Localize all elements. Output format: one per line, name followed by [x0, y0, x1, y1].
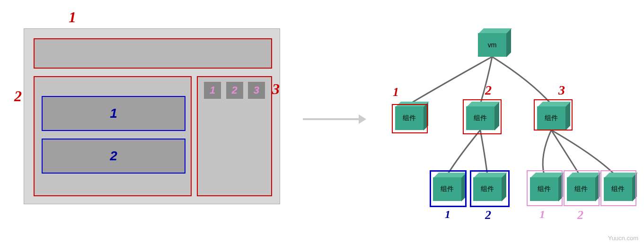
root-label: vm: [478, 33, 506, 57]
level2b-node-1: 组件: [530, 173, 558, 201]
level2a-node-2: 组件: [473, 173, 502, 201]
level1-node-3: 组件: [537, 102, 565, 130]
ann-l1-2: 2: [485, 83, 492, 98]
level1-label-2: 组件: [466, 106, 494, 130]
tree-root: vm: [478, 28, 506, 57]
level1-node-1: 组件: [395, 102, 423, 130]
ann-l2a-1: 1: [445, 208, 450, 221]
component-tree: vm 组件 组件 组件 1 2 3 组件 组件 1 2 组件 组件 组: [379, 24, 634, 232]
level2b-label-3: 组件: [604, 177, 632, 201]
region-sidebar: 1 2 3: [197, 76, 272, 196]
level2a-label-2: 组件: [473, 177, 502, 201]
region-header: [34, 38, 272, 69]
level2b-node-3: 组件: [604, 173, 632, 201]
level2b-node-2: 组件: [567, 173, 595, 201]
region-main: 1 2: [34, 76, 192, 196]
arrow-icon: [303, 118, 360, 120]
side-item-1: 1: [204, 82, 221, 99]
ann-l1-1: 1: [393, 85, 399, 99]
ann-main-2: 2: [14, 87, 22, 105]
main-item-1: 1: [42, 96, 185, 131]
layout-wireframe: 1 2 1 2 3: [24, 28, 280, 204]
ann-l1-3: 3: [558, 83, 565, 98]
ann-l2b-1: 1: [539, 208, 545, 221]
ann-header-1: 1: [69, 9, 76, 26]
ann-l2b-2: 2: [577, 208, 583, 222]
level1-label-1: 组件: [395, 106, 423, 130]
side-item-2: 2: [226, 82, 243, 99]
ann-side-3: 3: [272, 80, 280, 98]
side-item-3: 3: [248, 82, 265, 99]
level1-label-3: 组件: [537, 106, 565, 130]
ann-l2a-2: 2: [485, 208, 491, 222]
level2a-label-1: 组件: [433, 177, 461, 201]
level1-node-2: 组件: [466, 102, 494, 130]
level2b-label-2: 组件: [567, 177, 595, 201]
level2a-node-1: 组件: [433, 173, 461, 201]
level2b-label-1: 组件: [530, 177, 558, 201]
watermark: Yuucn.com: [608, 235, 638, 242]
main-item-2: 2: [42, 139, 185, 174]
